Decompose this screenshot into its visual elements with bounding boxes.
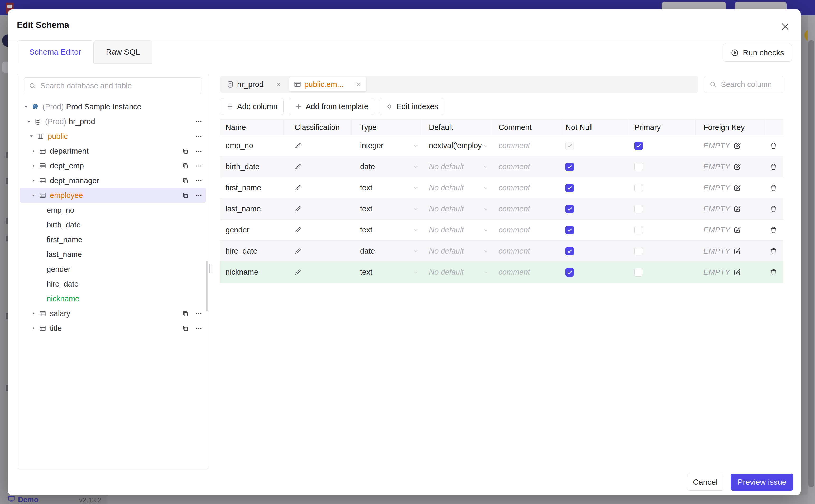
more-icon[interactable]	[195, 310, 202, 317]
more-icon[interactable]	[195, 177, 202, 184]
type-select[interactable]: date	[351, 156, 421, 177]
tree-item-prod-sample-instance[interactable]: (Prod)Prod Sample Instance	[20, 99, 206, 114]
delete-column-icon[interactable]	[770, 184, 778, 192]
default-select[interactable]: No default	[421, 198, 491, 219]
comment-input[interactable]: comment	[491, 262, 562, 283]
tree-item-col-emp-no[interactable]: emp_no	[20, 203, 206, 217]
column-name-cell[interactable]: first_name	[220, 177, 283, 198]
not-null-checkbox[interactable]	[566, 205, 574, 213]
comment-input[interactable]: comment	[491, 156, 562, 177]
caret-right-icon[interactable]	[31, 311, 36, 316]
more-icon[interactable]	[195, 162, 202, 169]
delete-column-icon[interactable]	[770, 247, 778, 255]
close-tab-icon[interactable]	[275, 81, 282, 88]
column-name-cell[interactable]: emp_no	[220, 135, 283, 156]
edit-foreign-key-icon[interactable]	[733, 142, 741, 150]
default-select[interactable]: No default	[421, 262, 491, 283]
delete-column-icon[interactable]	[770, 268, 778, 276]
not-null-checkbox[interactable]	[566, 247, 574, 255]
classification-edit-icon[interactable]	[294, 163, 302, 170]
copy-icon[interactable]	[182, 192, 189, 199]
delete-column-icon[interactable]	[770, 226, 778, 234]
preview-issue-button[interactable]: Preview issue	[731, 474, 793, 491]
tab-raw-sql[interactable]: Raw SQL	[94, 40, 152, 64]
type-select[interactable]: text	[351, 262, 421, 283]
primary-checkbox[interactable]	[634, 247, 643, 255]
type-select[interactable]: date	[351, 241, 421, 261]
sidebar-search-input[interactable]	[40, 81, 197, 90]
tree-item-salary[interactable]: salary	[20, 306, 206, 321]
edit-foreign-key-icon[interactable]	[733, 247, 741, 255]
close-tab-icon[interactable]	[355, 81, 361, 88]
column-name-cell[interactable]: gender	[220, 220, 283, 240]
caret-down-icon[interactable]	[31, 192, 36, 198]
tree-item-title[interactable]: title	[20, 321, 206, 336]
modal-close-icon[interactable]	[780, 22, 790, 32]
delete-column-icon[interactable]	[770, 205, 778, 213]
tree-item-public[interactable]: public	[20, 129, 206, 144]
default-select[interactable]: nextval('employ	[421, 135, 491, 156]
classification-edit-icon[interactable]	[294, 248, 302, 255]
tree-item-col-last-name[interactable]: last_name	[20, 247, 206, 262]
primary-checkbox[interactable]	[634, 184, 643, 192]
caret-down-icon[interactable]	[28, 133, 34, 139]
tree-item-col-nickname[interactable]: nickname	[20, 291, 206, 306]
editor-tab-hr-prod[interactable]: hr_prod	[222, 77, 286, 91]
tab-schema-editor[interactable]: Schema Editor	[17, 40, 94, 63]
caret-right-icon[interactable]	[31, 148, 36, 154]
tree-item-dept-manager[interactable]: dept_manager	[20, 173, 206, 188]
edit-foreign-key-icon[interactable]	[733, 226, 741, 234]
type-select[interactable]: text	[351, 220, 421, 240]
tree-item-col-birth-date[interactable]: birth_date	[20, 217, 206, 232]
edit-foreign-key-icon[interactable]	[733, 268, 741, 276]
default-select[interactable]: No default	[421, 241, 491, 261]
column-name-cell[interactable]: birth_date	[220, 156, 283, 177]
editor-tab-public-employee[interactable]: public.em...	[289, 77, 366, 91]
column-name-cell[interactable]: nickname	[220, 262, 283, 283]
edit-foreign-key-icon[interactable]	[733, 205, 741, 213]
more-icon[interactable]	[195, 325, 202, 332]
add-from-template-button[interactable]: Add from template	[289, 98, 374, 115]
default-select[interactable]: No default	[421, 156, 491, 177]
classification-edit-icon[interactable]	[294, 142, 302, 149]
more-icon[interactable]	[195, 133, 202, 140]
copy-icon[interactable]	[182, 177, 189, 184]
not-null-checkbox[interactable]	[566, 163, 574, 171]
tree-item-employee[interactable]: employee	[20, 188, 206, 203]
type-select[interactable]: text	[351, 198, 421, 219]
caret-right-icon[interactable]	[31, 325, 36, 331]
sidebar-search[interactable]	[24, 77, 202, 94]
primary-checkbox[interactable]	[634, 205, 643, 213]
comment-input[interactable]: comment	[491, 241, 562, 261]
column-search-input[interactable]	[720, 80, 778, 89]
more-icon[interactable]	[195, 192, 202, 199]
not-null-checkbox[interactable]	[566, 268, 574, 277]
edit-foreign-key-icon[interactable]	[733, 184, 741, 192]
not-null-checkbox[interactable]	[566, 226, 574, 234]
classification-edit-icon[interactable]	[294, 269, 302, 276]
caret-down-icon[interactable]	[26, 119, 32, 124]
tree-item-dept-emp[interactable]: dept_emp	[20, 158, 206, 173]
classification-edit-icon[interactable]	[294, 226, 302, 234]
default-select[interactable]: No default	[421, 177, 491, 198]
comment-input[interactable]: comment	[491, 198, 562, 219]
edit-foreign-key-icon[interactable]	[733, 163, 741, 171]
caret-right-icon[interactable]	[31, 178, 36, 183]
add-column-button[interactable]: Add column	[220, 98, 283, 115]
column-name-cell[interactable]: hire_date	[220, 241, 283, 261]
sidebar-resize-handle[interactable]	[209, 263, 212, 274]
sidebar-scrollbar-thumb[interactable]	[206, 261, 208, 311]
type-select[interactable]: text	[351, 177, 421, 198]
primary-checkbox[interactable]	[634, 268, 643, 277]
default-select[interactable]: No default	[421, 220, 491, 240]
not-null-checkbox[interactable]	[566, 142, 574, 150]
caret-down-icon[interactable]	[23, 104, 29, 110]
copy-icon[interactable]	[182, 310, 189, 317]
delete-column-icon[interactable]	[770, 163, 778, 171]
not-null-checkbox[interactable]	[566, 184, 574, 192]
more-icon[interactable]	[195, 148, 202, 155]
classification-edit-icon[interactable]	[294, 205, 302, 212]
primary-checkbox[interactable]	[634, 142, 643, 150]
column-search[interactable]	[704, 76, 783, 93]
cancel-button[interactable]: Cancel	[687, 474, 724, 491]
